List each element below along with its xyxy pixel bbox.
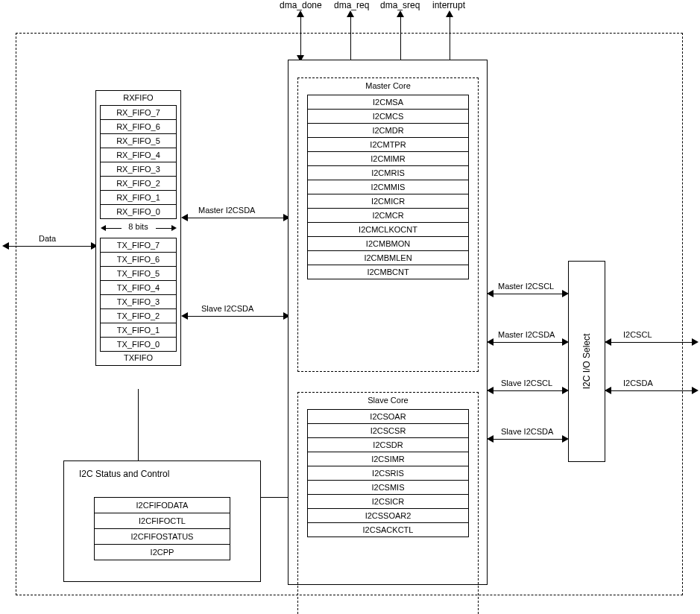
status-control-block: I2C Status and Control I2CFIFODATA I2CFI…	[63, 460, 261, 582]
arrow-data-out	[2, 242, 9, 250]
reg-i2cmcr: I2CMCR	[307, 208, 469, 223]
ah-m-sda-r	[562, 338, 569, 346]
tx-fifo-7: TX_FIFO_7	[100, 238, 177, 253]
label-interrupt: interrupt	[432, 0, 465, 10]
label-master-i2csda-fifo: Master I2CSDA	[198, 206, 255, 215]
arrow-dma-sreq	[397, 10, 404, 17]
ah-ext-scl-l	[605, 338, 611, 346]
rx-fifo-6: RX_FIFO_6	[100, 119, 177, 134]
reg-i2cmris: I2CMRIS	[307, 165, 469, 180]
ah-m-scl-l	[487, 290, 494, 297]
ah-s-sda-r	[562, 435, 569, 443]
reg-i2cfifoctl: I2CFIFOCTL	[94, 513, 230, 529]
ah-ext-sda-r	[692, 387, 699, 394]
line-ext-i2cscl	[610, 342, 693, 343]
reg-i2cmtpr: I2CMTPR	[307, 137, 469, 152]
i2c-block-diagram: dma_done dma_req dma_sreq interrupt Data…	[0, 0, 700, 614]
ah-ext-scl-r	[692, 338, 699, 346]
line-slave-i2csda-fifo	[186, 316, 288, 317]
line-master-i2cscl	[492, 294, 564, 294]
ah-m-scl-r	[562, 290, 569, 297]
rx-fifo-2: RX_FIFO_2	[100, 176, 177, 191]
reg-i2cmimr: I2CMIMR	[307, 151, 469, 166]
arrow-master-i2csda-l	[181, 214, 188, 221]
label-slave-i2csda-fifo: Slave I2CSDA	[201, 304, 253, 313]
rxfifo-title: RXFIFO	[96, 91, 180, 105]
ah-s-scl-l	[487, 387, 494, 394]
tx-fifo-3: TX_FIFO_3	[100, 294, 177, 309]
master-core-title: Master Core	[298, 78, 478, 95]
tx-fifo-1: TX_FIFO_1	[100, 323, 177, 338]
slave-core: Slave Core I2CSOAR I2CSCSR I2CSDR I2CSIM…	[297, 392, 479, 614]
reg-i2csmis: I2CSMIS	[307, 480, 469, 495]
master-core: Master Core I2CMSA I2CMCS I2CMDR I2CMTPR…	[297, 77, 479, 372]
core-block: Master Core I2CMSA I2CMCS I2CMDR I2CMTPR…	[288, 60, 488, 585]
line-master-i2csda-fifo	[186, 218, 288, 218]
io-select-block: I2C I/O Select	[568, 261, 605, 462]
tx-fifo-5: TX_FIFO_5	[100, 266, 177, 281]
label-ext-i2csda: I2CSDA	[623, 379, 653, 387]
reg-i2csicr: I2CSICR	[307, 494, 469, 509]
ah-s-scl-r	[562, 387, 569, 394]
fifo-bits-label: 8 bits	[96, 218, 180, 238]
tx-fifo-2: TX_FIFO_2	[100, 308, 177, 323]
reg-i2csackctl: I2CSACKCTL	[307, 522, 469, 537]
arrow-dma-done	[297, 10, 304, 17]
reg-i2cmbmon: I2CMBMON	[307, 236, 469, 251]
reg-i2csimr: I2CSIMR	[307, 452, 469, 466]
reg-i2cmbmlen: I2CMBMLEN	[307, 250, 469, 265]
tx-fifo-0: TX_FIFO_0	[100, 337, 177, 352]
reg-i2cmbcnt: I2CMBCNT	[307, 265, 469, 279]
fifo-block: RXFIFO RX_FIFO_7 RX_FIFO_6 RX_FIFO_5 RX_…	[95, 90, 181, 366]
reg-i2cmicr: I2CMICR	[307, 194, 469, 209]
label-dma-sreq: dma_sreq	[380, 0, 420, 10]
label-master-i2cscl: Master I2CSCL	[498, 282, 554, 291]
io-select-title: I2C I/O Select	[581, 334, 592, 390]
arrow-dma-req	[347, 10, 354, 17]
label-master-i2csda-io: Master I2CSDA	[498, 330, 555, 339]
rx-fifo-4: RX_FIFO_4	[100, 148, 177, 162]
ah-m-sda-l	[487, 338, 494, 346]
tx-fifo-6: TX_FIFO_6	[100, 252, 177, 267]
status-title: I2C Status and Control	[64, 461, 260, 479]
ah-s-sda-l	[487, 435, 494, 443]
rx-fifo-0: RX_FIFO_0	[100, 204, 177, 219]
label-ext-i2cscl: I2CSCL	[623, 330, 652, 339]
reg-i2csoar: I2CSOAR	[307, 409, 469, 424]
rx-fifo-5: RX_FIFO_5	[100, 133, 177, 148]
label-slave-i2cscl: Slave I2CSCL	[501, 379, 552, 387]
ah-ext-sda-l	[605, 387, 611, 394]
reg-i2cssoar2: I2CSSOAR2	[307, 508, 469, 523]
label-dma-req: dma_req	[334, 0, 369, 10]
line-fifo-status	[138, 389, 139, 460]
reg-i2csris: I2CSRIS	[307, 466, 469, 481]
line-slave-i2cscl	[492, 390, 564, 391]
label-slave-i2csda-io: Slave I2CSDA	[501, 427, 553, 436]
rx-fifo-7: RX_FIFO_7	[100, 105, 177, 120]
label-dma-done: dma_done	[280, 0, 322, 10]
reg-i2cmclkocnt: I2CMCLKOCNT	[307, 222, 469, 237]
line-slave-i2csda-io	[492, 439, 564, 440]
reg-i2cpp: I2CPP	[94, 544, 230, 560]
reg-i2cmsa: I2CMSA	[307, 95, 469, 110]
reg-i2cfifodata: I2CFIFODATA	[94, 497, 230, 513]
reg-i2cscsr: I2CSCSR	[307, 423, 469, 438]
line-data	[7, 246, 95, 247]
reg-i2cfifostatus: I2CFIFOSTATUS	[94, 528, 230, 545]
rx-fifo-1: RX_FIFO_1	[100, 190, 177, 205]
line-status-core	[261, 497, 288, 498]
line-master-i2csda-io	[492, 342, 564, 343]
tx-fifo-4: TX_FIFO_4	[100, 280, 177, 295]
reg-i2cmmis: I2CMMIS	[307, 180, 469, 194]
label-data: Data	[39, 234, 56, 243]
arrow-interrupt	[446, 10, 453, 17]
arrow-slave-i2csda-l	[181, 312, 188, 320]
reg-i2cmcs: I2CMCS	[307, 109, 469, 124]
reg-i2csdr: I2CSDR	[307, 437, 469, 452]
line-ext-i2csda	[610, 390, 693, 391]
slave-core-title: Slave Core	[298, 393, 478, 409]
txfifo-title: TXFIFO	[96, 351, 180, 365]
rx-fifo-3: RX_FIFO_3	[100, 162, 177, 177]
reg-i2cmdr: I2CMDR	[307, 123, 469, 138]
